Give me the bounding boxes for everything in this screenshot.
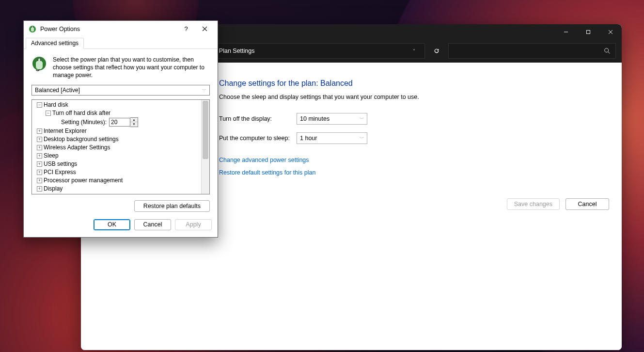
tree-item-usb[interactable]: + USB settings xyxy=(34,160,208,168)
tree-item-turn-off-hd[interactable]: − Turn off hard disk after xyxy=(34,109,208,117)
search-input[interactable] xyxy=(448,43,616,59)
close-button[interactable] xyxy=(599,24,622,40)
footer-buttons: Save changes Cancel xyxy=(507,198,609,210)
dialog-title: Power Options xyxy=(40,26,175,32)
maximize-button[interactable] xyxy=(577,24,599,40)
svg-rect-8 xyxy=(33,26,33,28)
collapse-icon[interactable]: − xyxy=(37,102,42,108)
tree-label: Sleep xyxy=(44,152,59,160)
tree-item-internet-explorer[interactable]: + Internet Explorer xyxy=(34,127,208,135)
breadcrumb-dropdown[interactable]: ˅ xyxy=(407,48,421,54)
display-timeout-row: Turn off the display: 10 minutes ﹀ xyxy=(219,113,602,125)
tree-label: Turn off hard disk after xyxy=(52,109,110,117)
power-plan-select[interactable]: Balanced [Active] ﹀ xyxy=(31,85,210,96)
tree-item-processor[interactable]: + Processor power management xyxy=(34,176,208,185)
tree-scrollbar[interactable] xyxy=(201,100,209,194)
svg-rect-13 xyxy=(40,58,41,61)
dialog-intro: Select the power plan that you want to c… xyxy=(31,56,210,80)
svg-rect-1 xyxy=(587,31,590,34)
expand-icon[interactable]: + xyxy=(37,186,42,192)
tree-label: Hard disk xyxy=(44,101,68,109)
svg-rect-7 xyxy=(31,26,32,28)
power-options-dialog: Power Options ? Advanced settings Select… xyxy=(23,20,218,238)
sleep-timeout-select[interactable]: 1 hour ﹀ xyxy=(297,132,367,144)
tree-label: USB settings xyxy=(44,160,77,168)
tree-item-hard-disk[interactable]: − Hard disk xyxy=(34,101,208,109)
help-button[interactable]: ? xyxy=(179,22,193,36)
sleep-timeout-label: Put the computer to sleep: xyxy=(219,135,297,142)
display-timeout-value: 10 minutes xyxy=(300,115,330,122)
chevron-down-icon: ﹀ xyxy=(202,87,206,94)
search-icon xyxy=(604,48,611,54)
collapse-icon[interactable]: − xyxy=(46,111,51,116)
save-changes-button[interactable]: Save changes xyxy=(507,198,560,210)
expand-icon[interactable]: + xyxy=(37,170,42,175)
refresh-button[interactable] xyxy=(429,43,444,59)
tab-advanced-settings[interactable]: Advanced settings xyxy=(26,38,84,49)
settings-tree-list[interactable]: − Hard disk − Turn off hard disk after S… xyxy=(32,100,209,194)
tree-item-wireless[interactable]: + Wireless Adapter Settings xyxy=(34,144,208,152)
dialog-titlebar: Power Options ? xyxy=(24,21,218,37)
tree-label: Display xyxy=(44,185,63,193)
svg-rect-12 xyxy=(37,58,38,61)
svg-point-4 xyxy=(605,48,609,52)
tree-item-pci[interactable]: + PCI Express xyxy=(34,168,208,176)
power-plan-value: Balanced [Active] xyxy=(35,87,80,94)
expand-icon[interactable]: + xyxy=(37,137,42,142)
settings-tree: − Hard disk − Turn off hard disk after S… xyxy=(31,99,210,194)
advanced-settings-link[interactable]: Change advanced power settings xyxy=(219,157,602,163)
tree-item-display[interactable]: + Display xyxy=(34,185,208,193)
tree-item-sleep[interactable]: + Sleep xyxy=(34,152,208,160)
apply-button[interactable]: Apply xyxy=(175,219,212,230)
dialog-footer: OK Cancel Apply xyxy=(24,217,218,237)
dialog-body: Select the power plan that you want to c… xyxy=(24,49,218,217)
tree-label: PCI Express xyxy=(44,168,76,176)
power-meter-icon xyxy=(31,56,47,71)
page-title: Change settings for the plan: Balanced xyxy=(219,79,602,88)
spinner-down-button[interactable]: ▼ xyxy=(130,122,138,127)
tree-item-setting-minutes[interactable]: Setting (Minutes): ▲ ▼ xyxy=(34,117,208,127)
sleep-timeout-value: 1 hour xyxy=(300,135,317,142)
minimize-button[interactable] xyxy=(555,24,577,40)
setting-minutes-label: Setting (Minutes): xyxy=(61,118,107,127)
expand-icon[interactable]: + xyxy=(37,178,42,183)
restore-plan-defaults-button[interactable]: Restore plan defaults xyxy=(134,200,210,212)
expand-icon[interactable]: + xyxy=(37,153,42,159)
expand-icon[interactable]: + xyxy=(37,145,42,150)
dialog-tabs: Advanced settings xyxy=(24,37,218,49)
cancel-button[interactable]: Cancel xyxy=(134,219,171,230)
restore-defaults-link[interactable]: Restore default settings for this plan xyxy=(219,169,602,176)
scrollbar-thumb[interactable] xyxy=(203,101,208,159)
ok-button[interactable]: OK xyxy=(94,219,130,230)
tree-label: Desktop background settings xyxy=(44,135,119,144)
sleep-timeout-row: Put the computer to sleep: 1 hour ﹀ xyxy=(219,132,602,144)
tree-label: Wireless Adapter Settings xyxy=(44,144,110,152)
minutes-input[interactable] xyxy=(109,118,130,127)
power-plug-icon xyxy=(29,25,36,33)
minutes-stepper[interactable]: ▲ ▼ xyxy=(109,117,138,127)
tree-label: Internet Explorer xyxy=(44,127,87,135)
tree-label: Processor power management xyxy=(44,176,123,185)
dialog-close-button[interactable] xyxy=(197,22,212,36)
display-timeout-select[interactable]: 10 minutes ﹀ xyxy=(297,113,367,125)
chevron-down-icon: ﹀ xyxy=(360,135,364,142)
page-subtitle: Choose the sleep and display settings th… xyxy=(219,94,602,100)
tree-item-desktop-bg[interactable]: + Desktop background settings xyxy=(34,135,208,144)
links-section: Change advanced power settings Restore d… xyxy=(219,157,602,176)
display-timeout-label: Turn off the display: xyxy=(219,115,297,122)
expand-icon[interactable]: + xyxy=(37,161,42,167)
svg-line-5 xyxy=(608,52,610,54)
dialog-intro-text: Select the power plan that you want to c… xyxy=(53,56,210,80)
chevron-down-icon: ﹀ xyxy=(360,116,364,122)
cancel-button[interactable]: Cancel xyxy=(565,198,609,210)
expand-icon[interactable]: + xyxy=(37,128,42,134)
